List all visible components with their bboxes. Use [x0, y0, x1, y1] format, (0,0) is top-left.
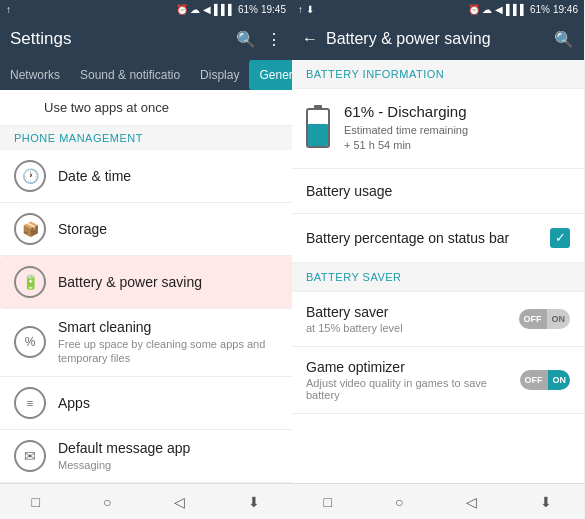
game-optimizer-toggle[interactable]: OFF ON: [520, 370, 571, 390]
battery-saver-header: BATTERY SAVER: [292, 263, 584, 292]
storage-item[interactable]: 📦 Storage: [0, 203, 292, 256]
left-bottom-nav: □ ○ ◁ ⬇: [0, 483, 292, 519]
phone-management-header: PHONE MANAGEMENT: [0, 126, 292, 150]
battery-fill: [308, 124, 328, 146]
battery-icon: 🔋: [14, 266, 46, 298]
tab-sound[interactable]: Sound & notificatio: [70, 60, 190, 90]
signal-icon: ↑: [6, 4, 11, 15]
message-subtitle: Messaging: [58, 458, 278, 472]
battery-title: Battery & power saving: [58, 274, 278, 290]
game-optimizer-title: Game optimizer: [306, 359, 520, 375]
right-signal-icon: ↑ ⬇: [298, 4, 314, 15]
menu-icon[interactable]: ⋮: [266, 30, 282, 49]
battery-saver-item[interactable]: Battery saver at 15% battery level OFF O…: [292, 292, 584, 347]
right-status-bar: ↑ ⬇ ⏰ ☁ ◀ ▌▌▌ 61% 19:46: [292, 0, 584, 18]
right-status-icons: ⏰ ☁ ◀ ▌▌▌ 61%: [468, 4, 550, 15]
right-circle-button[interactable]: ○: [383, 488, 415, 516]
circle-button[interactable]: ○: [91, 488, 123, 516]
right-panel: ↑ ⬇ ⏰ ☁ ◀ ▌▌▌ 61% 19:46 ← Battery & powe…: [292, 0, 584, 519]
right-time: 19:46: [553, 4, 578, 15]
status-bar-left-icons: ↑: [6, 4, 11, 15]
battery-percentage-label: Battery percentage on status bar: [306, 230, 509, 246]
tab-general[interactable]: General: [249, 60, 292, 90]
battery-percent-text: 61% - Discharging: [344, 103, 468, 120]
battery-saver-text: Battery saver at 15% battery level: [306, 304, 403, 334]
date-time-icon: 🕐: [14, 160, 46, 192]
battery-page-title: Battery & power saving: [326, 30, 491, 48]
battery-info-header: BATTERY INFORMATION: [292, 60, 584, 89]
battery-usage-label: Battery usage: [306, 183, 392, 199]
message-title: Default message app: [58, 440, 278, 456]
smart-cleaning-text: Smart cleaning Free up space by cleaning…: [58, 319, 278, 366]
home-button[interactable]: □: [20, 488, 52, 516]
battery-saver-subtitle: at 15% battery level: [306, 322, 403, 334]
right-back-button[interactable]: ◁: [454, 488, 489, 516]
storage-title: Storage: [58, 221, 278, 237]
battery-percentage-checkbox[interactable]: ✓: [550, 228, 570, 248]
settings-tabs: Networks Sound & notificatio Display Gen…: [0, 60, 292, 90]
storage-text: Storage: [58, 221, 278, 237]
toggle-off-label[interactable]: OFF: [519, 309, 547, 329]
settings-title: Settings: [10, 29, 71, 49]
right-status-right: ⏰ ☁ ◀ ▌▌▌ 61% 19:46: [468, 4, 578, 15]
right-header-left: ← Battery & power saving: [302, 30, 491, 48]
search-icon[interactable]: 🔍: [236, 30, 256, 49]
battery-info-block: 61% - Discharging Estimated time remaini…: [292, 89, 584, 169]
partial-item[interactable]: Use two apps at once: [0, 90, 292, 126]
smart-cleaning-title: Smart cleaning: [58, 319, 278, 335]
game-optimizer-item[interactable]: Game optimizer Adjust video quality in g…: [292, 347, 584, 414]
toggle-on-label[interactable]: ON: [547, 309, 571, 329]
right-header: ← Battery & power saving 🔍: [292, 18, 584, 60]
battery-usage-row[interactable]: Battery usage: [292, 169, 584, 214]
back-button[interactable]: ◁: [162, 488, 197, 516]
status-bar-right: ⏰ ☁ ◀ ▌▌▌ 61% 19:45: [176, 4, 286, 15]
apps-text: Apps: [58, 395, 278, 411]
back-arrow-button[interactable]: ←: [302, 30, 318, 48]
tab-display[interactable]: Display: [190, 60, 249, 90]
game-toggle-on-label[interactable]: ON: [548, 370, 571, 390]
right-home-button[interactable]: □: [312, 488, 344, 516]
right-status-left: ↑ ⬇: [298, 4, 314, 15]
left-time: 19:45: [261, 4, 286, 15]
storage-icon: 📦: [14, 213, 46, 245]
right-bottom-nav: □ ○ ◁ ⬇: [292, 483, 584, 519]
apps-title: Apps: [58, 395, 278, 411]
message-text: Default message app Messaging: [58, 440, 278, 472]
smart-cleaning-item[interactable]: % Smart cleaning Free up space by cleani…: [0, 309, 292, 377]
left-panel: ↑ ⏰ ☁ ◀ ▌▌▌ 61% 19:45 Settings 🔍 ⋮ Netwo…: [0, 0, 292, 519]
right-menu-button[interactable]: ⬇: [528, 488, 564, 516]
battery-item[interactable]: 🔋 Battery & power saving: [0, 256, 292, 309]
header-icons: 🔍 ⋮: [236, 30, 282, 49]
date-time-item[interactable]: 🕐 Date & time: [0, 150, 292, 203]
tab-networks[interactable]: Networks: [0, 60, 70, 90]
game-optimizer-text: Game optimizer Adjust video quality in g…: [306, 359, 520, 401]
date-time-text: Date & time: [58, 168, 278, 184]
smart-cleaning-subtitle: Free up space by cleaning some apps and …: [58, 337, 278, 366]
battery-saver-title: Battery saver: [306, 304, 403, 320]
default-message-item[interactable]: ✉ Default message app Messaging: [0, 430, 292, 483]
apps-icon: ≡: [14, 387, 46, 419]
message-icon: ✉: [14, 440, 46, 472]
battery-text-block: 61% - Discharging Estimated time remaini…: [344, 103, 468, 154]
battery-text: Battery & power saving: [58, 274, 278, 290]
date-time-title: Date & time: [58, 168, 278, 184]
game-optimizer-subtitle: Adjust video quality in games to save ba…: [306, 377, 520, 401]
battery-saver-toggle[interactable]: OFF ON: [519, 309, 571, 329]
battery-percentage-row[interactable]: Battery percentage on status bar ✓: [292, 214, 584, 263]
apps-item[interactable]: ≡ Apps: [0, 377, 292, 430]
left-content: Use two apps at once PHONE MANAGEMENT 🕐 …: [0, 90, 292, 483]
right-search-icon[interactable]: 🔍: [554, 30, 574, 49]
right-content: BATTERY INFORMATION 61% - Discharging Es…: [292, 60, 584, 483]
menu-button[interactable]: ⬇: [236, 488, 272, 516]
battery-estimate-text: Estimated time remaining + 51 h 54 min: [344, 123, 468, 154]
left-header: Settings 🔍 ⋮: [0, 18, 292, 60]
game-toggle-off-label[interactable]: OFF: [520, 370, 548, 390]
left-status-bar: ↑ ⏰ ☁ ◀ ▌▌▌ 61% 19:45: [0, 0, 292, 18]
status-icons: ⏰ ☁ ◀ ▌▌▌ 61%: [176, 4, 258, 15]
battery-icon-visual: [306, 108, 330, 148]
smart-cleaning-icon: %: [14, 326, 46, 358]
